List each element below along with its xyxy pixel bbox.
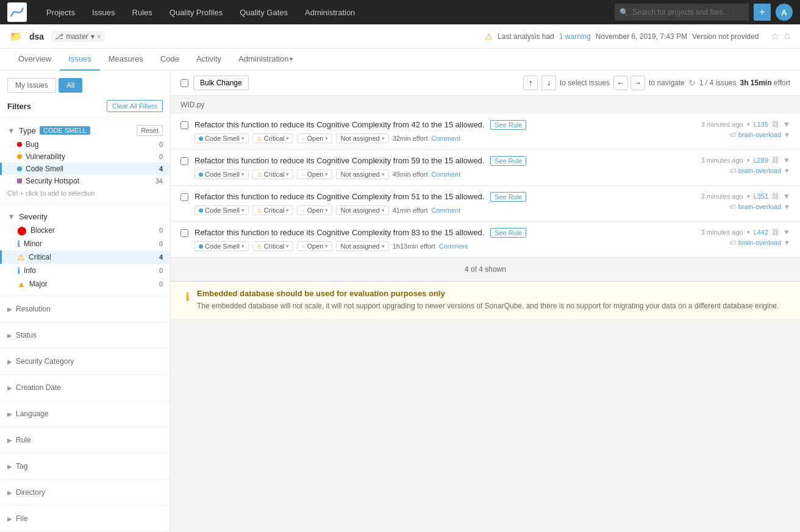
search-input[interactable] [632, 8, 744, 16]
nav-issues[interactable]: Issues [85, 0, 123, 24]
add-button[interactable]: + [754, 4, 771, 21]
permalink-icon-2[interactable]: ⛓ [772, 192, 779, 200]
issue-checkbox-2[interactable] [180, 193, 188, 201]
filter-icon-0[interactable]: ▼ [783, 120, 790, 129]
line-ref-3[interactable]: L442 [754, 229, 768, 236]
filter-author-icon-1[interactable]: ▼ [784, 167, 790, 174]
see-rule-button-3[interactable]: See Rule [490, 228, 526, 238]
severity-critical[interactable]: ⚠ Critical 4 [0, 250, 170, 264]
type-bug[interactable]: Bug 0 [0, 138, 170, 151]
issue-checkbox-3[interactable] [180, 229, 188, 237]
pg-down-button[interactable]: ↓ [541, 76, 556, 90]
filter-icon-3[interactable]: ▼ [783, 228, 790, 236]
author-link-1[interactable]: brain-overload [738, 167, 781, 174]
tag-critical-2[interactable]: ⚠ Critical ▾ [252, 205, 294, 215]
filter-author-icon-3[interactable]: ▼ [784, 239, 790, 246]
tag-smell-1[interactable]: Code Smell ▾ [195, 169, 249, 179]
tag-critical-0[interactable]: ⚠ Critical ▾ [252, 133, 294, 143]
bulk-change-button[interactable]: Bulk Change [193, 76, 249, 90]
brand-logo[interactable] [7, 2, 27, 22]
tag-assignee-2[interactable]: Not assigned ▾ [336, 205, 388, 215]
tag-assignee-1[interactable]: Not assigned ▾ [336, 169, 388, 179]
filter-collapse-tag[interactable]: ▶ Tag [0, 458, 170, 474]
tag-assignee-3[interactable]: Not assigned ▾ [336, 241, 388, 251]
filter-collapse-security-category[interactable]: ▶ Security Category [0, 353, 170, 369]
tag-critical-1[interactable]: ⚠ Critical ▾ [252, 169, 294, 179]
filter-author-icon-0[interactable]: ▼ [784, 131, 790, 138]
nav-code[interactable]: Code [152, 49, 188, 71]
filter-collapse-file[interactable]: ▶ File [0, 511, 170, 527]
filter-icon-2[interactable]: ▼ [783, 192, 790, 200]
type-code-smell[interactable]: Code Smell 4 [0, 163, 170, 175]
nav-administration[interactable]: Administration [298, 0, 362, 24]
comment-link-0[interactable]: Comment [432, 135, 461, 142]
severity-info[interactable]: ℹ Info 0 [0, 264, 170, 277]
type-vulnerability[interactable]: Vulnerability 0 [0, 151, 170, 163]
severity-blocker[interactable]: ⬤ Blocker 0 [0, 224, 170, 237]
search-box[interactable]: 🔍 [615, 4, 749, 21]
filter-icon-1[interactable]: ▼ [783, 156, 790, 165]
author-link-3[interactable]: brain-overload [738, 239, 781, 246]
tab-my-issues[interactable]: My Issues [7, 78, 56, 93]
nav-proj-administration[interactable]: Administration▾ [230, 49, 301, 71]
tag-open-0[interactable]: ○ Open ▾ [297, 133, 332, 143]
line-ref-2[interactable]: L351 [754, 193, 768, 200]
nav-quality-profiles[interactable]: Quality Profiles [162, 0, 230, 24]
author-link-2[interactable]: brain-overload [738, 203, 781, 210]
nav-measures[interactable]: Measures [100, 49, 152, 71]
nav-issues[interactable]: Issues [60, 49, 100, 71]
issue-checkbox-1[interactable] [180, 157, 188, 165]
type-filter-header[interactable]: ▼ Type CODE SMELL Reset [0, 122, 170, 138]
project-name[interactable]: dsa [29, 32, 44, 41]
severity-filter-header[interactable]: ▼ Severity [0, 210, 170, 224]
filter-author-icon-2[interactable]: ▼ [784, 203, 790, 210]
filter-collapse-directory[interactable]: ▶ Directory [0, 484, 170, 500]
warning-link[interactable]: 1 warning [559, 32, 591, 41]
filter-collapse-rule[interactable]: ▶ Rule [0, 432, 170, 448]
type-reset-button[interactable]: Reset [137, 125, 163, 136]
issue-checkbox-0[interactable] [180, 121, 188, 129]
tag-open-1[interactable]: ○ Open ▾ [297, 169, 332, 179]
see-rule-button-1[interactable]: See Rule [490, 156, 526, 166]
comment-link-1[interactable]: Comment [432, 171, 461, 178]
nav-prev-button[interactable]: ← [613, 76, 628, 90]
branch-badge[interactable]: ⎇ master ▾ × [51, 31, 105, 42]
permalink-icon-3[interactable]: ⛓ [772, 228, 779, 236]
avatar[interactable]: A [776, 4, 793, 21]
filter-collapse-language[interactable]: ▶ Language [0, 406, 170, 422]
tag-assignee-0[interactable]: Not assigned ▾ [336, 133, 388, 143]
refresh-icon[interactable]: ↻ [688, 78, 696, 88]
permalink-icon-0[interactable]: ⛓ [772, 120, 779, 129]
line-ref-1[interactable]: L289 [754, 157, 768, 164]
comment-link-3[interactable]: Comment [439, 243, 468, 250]
tag-smell-0[interactable]: Code Smell ▾ [195, 133, 249, 143]
nav-rules[interactable]: Rules [125, 0, 160, 24]
nav-overview[interactable]: Overview [10, 49, 60, 71]
permalink-icon-1[interactable]: ⛓ [772, 156, 779, 165]
type-security-hotspot[interactable]: Security Hotspot 34 [0, 175, 170, 187]
nav-quality-gates[interactable]: Quality Gates [232, 0, 295, 24]
clear-all-filters-button[interactable]: Clear All Filters [107, 100, 163, 112]
select-all-checkbox[interactable] [180, 79, 188, 87]
tag-open-3[interactable]: ○ Open ▾ [297, 241, 332, 251]
author-link-0[interactable]: brain-overload [738, 131, 781, 138]
see-rule-button-0[interactable]: See Rule [490, 120, 526, 130]
line-ref-0[interactable]: L135 [754, 121, 768, 128]
tag-smell-2[interactable]: Code Smell ▾ [195, 205, 249, 215]
filter-collapse-resolution[interactable]: ▶ Resolution [0, 301, 170, 317]
comment-link-2[interactable]: Comment [432, 207, 461, 214]
nav-projects[interactable]: Projects [39, 0, 82, 24]
severity-minor[interactable]: ℹ Minor 0 [0, 237, 170, 250]
see-rule-button-2[interactable]: See Rule [490, 192, 526, 202]
nav-next-button[interactable]: → [630, 76, 645, 90]
star-icon[interactable]: ☆ [771, 30, 779, 42]
tag-smell-3[interactable]: Code Smell ▾ [195, 241, 249, 251]
tag-open-2[interactable]: ○ Open ▾ [297, 205, 332, 215]
tab-all-issues[interactable]: All [59, 78, 82, 93]
filter-collapse-creation-date[interactable]: ▶ Creation Date [0, 380, 170, 395]
tag-critical-3[interactable]: ⚠ Critical ▾ [252, 241, 294, 251]
severity-major[interactable]: ▲ Major 0 [0, 277, 170, 291]
filter-collapse-status[interactable]: ▶ Status [0, 327, 170, 343]
home-icon[interactable]: ⌂ [784, 30, 790, 42]
nav-activity[interactable]: Activity [188, 49, 230, 71]
